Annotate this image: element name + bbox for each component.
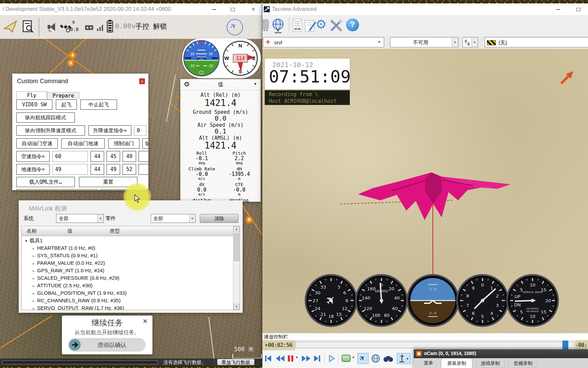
scrollbar[interactable]: ▲ ▼ [233, 226, 240, 310]
system-filter-select[interactable]: 全部 [56, 214, 104, 223]
notes-icon[interactable] [305, 19, 316, 33]
flight-log-icon[interactable] [292, 18, 304, 33]
camera-mode-button[interactable]: ✈ ▼ [397, 353, 410, 364]
airspeed-cmd-button[interactable]: 空速指令= [16, 151, 50, 162]
minimize-button[interactable] [551, 3, 565, 15]
skip-end-button[interactable] [313, 354, 321, 363]
settings-gear-icon[interactable]: ⚙ [315, 17, 327, 32]
fast-forward-button[interactable] [301, 354, 311, 363]
maximize-button[interactable] [226, 3, 240, 15]
airspeed-preset-button[interactable] [138, 151, 148, 162]
tree-item[interactable]: SCALED_PRESSURE (0.8 Hz, #29) [33, 275, 119, 281]
replay-flight-data-button[interactable]: 重放飞行数据 [217, 359, 255, 365]
ocam-titlebar[interactable]: oCam (0, 0, 1914, 1080) [414, 349, 588, 358]
gps-satellite-icon[interactable] [60, 21, 71, 33]
help-icon[interactable] [346, 18, 359, 31]
ocam-menu-button[interactable]: 菜单 [419, 358, 438, 368]
video-sw-button[interactable]: VIDEO SW [16, 99, 52, 110]
climb-rate-input[interactable] [134, 125, 146, 136]
audio-icon[interactable] [47, 22, 57, 32]
tree-item-vehicle[interactable]: 载具1 [25, 237, 43, 244]
groundspeed-cmd-button[interactable]: 地速指令= [16, 164, 50, 175]
skip-start-button[interactable] [264, 354, 272, 363]
scroll-down-button[interactable]: ▼ [233, 304, 240, 310]
scroll-thumb[interactable] [234, 233, 239, 261]
rc-icon[interactable] [84, 23, 95, 31]
component-filter-select[interactable]: 全部 [151, 214, 196, 223]
tree-item[interactable]: RC_CHANNELS_RAW (0.9 Hz, #35) [33, 297, 120, 303]
tree-item[interactable]: HEARTBEAT (1.0 Hz, #0) [33, 245, 95, 251]
compass[interactable]: N E S W 314 [222, 40, 258, 76]
groundspeed-preset-button[interactable]: 49 [107, 164, 120, 175]
gauge-vsi: 510152015105UPDNVERTICAL SPEED100 METERS… [505, 273, 560, 328]
groundspeed-preset-button[interactable] [138, 164, 148, 175]
network-globe-icon[interactable] [271, 18, 285, 33]
rewind-button[interactable] [276, 354, 285, 363]
auto-throttle-air-button[interactable]: 自动油门空速 [16, 138, 58, 149]
flight-mode-label[interactable]: 手控 [135, 22, 149, 31]
timeline-thumb[interactable] [562, 341, 568, 350]
groundspeed-preset-button[interactable]: 52 [122, 164, 136, 175]
mode-select[interactable]: 不可用 [390, 37, 458, 47]
tree-item[interactable]: GLOBAL_POSITION_INT (1.9 Hz, #33) [33, 290, 127, 296]
slider-knob[interactable] [69, 339, 81, 351]
slide-to-confirm[interactable]: 滑动以确认 [68, 338, 146, 352]
viewport-3d[interactable]: 2021-10-12 07:51:09 Recording from \ Hos… [262, 49, 588, 333]
chevron-down-icon[interactable]: ▼ [254, 82, 257, 86]
pause-button[interactable] [287, 354, 294, 363]
groundspeed-input[interactable] [52, 164, 88, 175]
airspeed-preset-button[interactable]: 49 [122, 151, 136, 162]
trail-select[interactable]: (无) [485, 37, 588, 47]
minimize-button[interactable] [207, 3, 221, 15]
tree-item[interactable]: SYS_STATUS (0.9 Hz, #1) [33, 252, 98, 258]
tree-item[interactable]: PARAM_VALUE (0.0 Hz, #22) [33, 260, 105, 266]
usb-device-icon[interactable] [260, 19, 271, 32]
tree-item[interactable]: SERVO_OUTPUT_RAW (1.7 Hz, #36) [33, 305, 124, 310]
climb-cmd-button[interactable]: 升降速度指令= [88, 125, 131, 136]
object-select[interactable]: ✈ srvl ▼ [263, 37, 384, 47]
app-logo-icon[interactable] [3, 20, 17, 33]
transfer-select[interactable] [462, 37, 478, 47]
ocam-audio-record-tab[interactable]: 音频录制 [508, 358, 538, 368]
plan-file-icon[interactable] [21, 20, 35, 34]
abort-takeoff-button[interactable]: 中止起飞 [80, 99, 117, 110]
airspeed-preset-button[interactable]: 44 [91, 151, 104, 162]
chevron-down-icon[interactable]: ▼ [295, 356, 298, 359]
hud-toggle-icon[interactable] [342, 355, 350, 362]
maximize-button[interactable] [572, 3, 585, 15]
ocam-screen-record-tab[interactable]: 屏幕录制 [441, 358, 472, 368]
close-button[interactable] [246, 3, 260, 15]
auto-throttle-gnd-button[interactable]: 自动油门地速 [61, 138, 105, 149]
airspeed-preset-button[interactable]: 45 [107, 151, 120, 162]
tree-item[interactable]: GPS_RAW_INT (1.0 Hz, #24) [33, 267, 104, 273]
tab-prepare[interactable]: Prepare [47, 92, 80, 99]
ocam-game-record-tab[interactable]: 游戏录制 [476, 358, 505, 368]
arm-status-label[interactable]: 解锁 [153, 22, 167, 31]
load-qml-button[interactable]: 载入QML文件… [16, 177, 75, 187]
tree-item[interactable]: ATTITUDE (2.5 Hz, #30) [33, 282, 93, 288]
clipped-row-button[interactable] [16, 189, 97, 190]
waypoint-marker-8[interactable]: 8 [67, 59, 75, 67]
step-play-button[interactable] [328, 354, 336, 363]
force-throttle-button[interactable]: 强制油门 [108, 138, 140, 149]
advanced-tools-icon[interactable] [329, 18, 343, 33]
waypoint-marker-4[interactable]: 4 [69, 51, 76, 59]
clear-button[interactable]: 清除 [200, 214, 239, 223]
waypoint-marker-9[interactable]: 9 [245, 216, 253, 224]
tab-fly[interactable]: Fly [16, 91, 47, 99]
chevron-down-icon[interactable]: ▼ [352, 356, 355, 359]
close-dialog-icon[interactable]: ✕ [143, 318, 148, 325]
attitude-indicator[interactable]: 10 10 -10 -10 [183, 40, 219, 76]
groundspeed-preset-button[interactable]: 44 [91, 164, 104, 175]
binoculars-icon[interactable] [383, 354, 393, 363]
close-panel-button[interactable]: x [139, 78, 145, 84]
force-climb-mode-button[interactable]: 纵向强制升降速度模式 [16, 125, 85, 136]
airspeed-input[interactable] [52, 151, 88, 162]
cockpit-view-button[interactable]: ✈ [358, 353, 369, 364]
takeoff-button[interactable]: 起飞 [56, 99, 77, 110]
track-mode-button[interactable]: 纵向航线跟踪模式 [16, 112, 75, 123]
timeline-track[interactable] [295, 341, 574, 348]
clipped-button[interactable]: 纵 [142, 138, 148, 149]
scroll-up-button[interactable]: ▲ [233, 226, 240, 232]
globe-view-icon[interactable] [371, 354, 380, 363]
